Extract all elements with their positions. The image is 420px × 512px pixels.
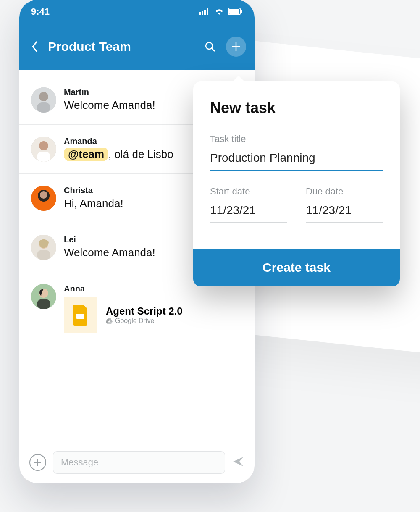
avatar [31, 87, 56, 113]
svg-rect-22 [37, 250, 50, 260]
back-button[interactable] [28, 40, 42, 53]
svg-point-15 [39, 141, 48, 150]
create-task-button[interactable]: Create task [193, 249, 400, 286]
svg-point-7 [206, 42, 213, 49]
start-date-label: Start date [210, 186, 287, 197]
avatar [31, 186, 56, 211]
mention-pill[interactable]: @team [64, 148, 108, 161]
new-task-popover: New task Task title Start date Due date … [193, 81, 400, 286]
composer-input[interactable] [53, 451, 225, 474]
wifi-icon [214, 6, 224, 17]
file-title: Agent Script 2.0 [106, 305, 183, 317]
svg-rect-0 [199, 12, 201, 15]
svg-rect-16 [37, 152, 50, 162]
avatar [31, 235, 56, 260]
add-button[interactable] [226, 37, 246, 57]
svg-line-8 [212, 48, 215, 51]
svg-point-12 [39, 92, 48, 101]
composer-add-button[interactable] [29, 454, 46, 471]
file-thumb [64, 297, 97, 333]
due-date-label: Due date [306, 186, 383, 197]
message-text-fragment: , olá de Lisbo [108, 148, 173, 160]
svg-rect-2 [204, 10, 206, 15]
file-attachment[interactable]: Agent Script 2.0 Google Drive [64, 297, 243, 333]
svg-rect-25 [37, 299, 50, 309]
statusbar-icons [199, 6, 243, 17]
statusbar-time: 9:41 [31, 6, 50, 17]
task-title-field: Task title [210, 134, 383, 171]
svg-rect-6 [241, 10, 242, 13]
task-title-input[interactable] [210, 149, 383, 171]
svg-rect-13 [37, 102, 50, 113]
avatar [31, 137, 56, 162]
svg-rect-5 [229, 9, 239, 14]
svg-rect-3 [207, 8, 208, 15]
start-date-field: Start date [210, 186, 287, 223]
start-date-input[interactable] [210, 201, 287, 223]
google-drive-icon [106, 318, 113, 324]
search-icon [204, 41, 216, 53]
plus-icon [34, 458, 42, 467]
composer [19, 451, 255, 474]
page-title: Product Team [48, 39, 194, 54]
due-date-input[interactable] [306, 201, 383, 223]
file-source-label: Google Drive [115, 317, 154, 325]
chevron-left-icon [31, 40, 39, 53]
send-button[interactable] [232, 455, 244, 470]
svg-rect-1 [202, 11, 203, 15]
svg-point-19 [40, 191, 47, 199]
cellular-signal-icon [199, 6, 210, 17]
task-title-label: Task title [210, 134, 383, 144]
plus-icon [230, 41, 242, 53]
battery-icon [228, 6, 243, 17]
popover-title: New task [210, 99, 383, 117]
file-source: Google Drive [106, 317, 183, 325]
svg-rect-26 [76, 314, 84, 319]
due-date-field: Due date [306, 186, 383, 223]
navbar: Product Team [19, 24, 255, 70]
avatar [31, 284, 56, 309]
send-icon [232, 455, 244, 468]
statusbar: 9:41 [19, 0, 255, 24]
search-button[interactable] [200, 37, 220, 57]
slides-file-icon [72, 305, 89, 326]
